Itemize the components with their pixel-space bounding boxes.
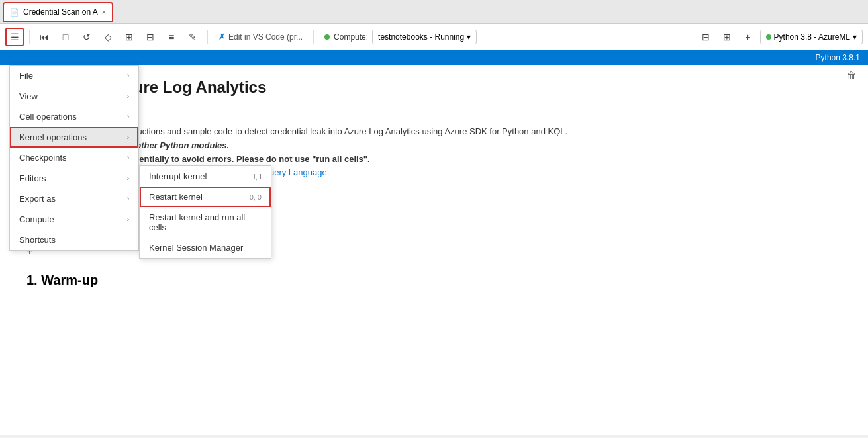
view-arrow-icon: ›: [127, 93, 129, 100]
menu-item-editors-label: Editors: [19, 173, 46, 183]
menu-item-compute-label: Compute: [19, 214, 54, 224]
plus-square-button[interactable]: ⊞: [718, 28, 736, 46]
stop-button[interactable]: □: [56, 28, 75, 46]
menu-item-checkpoints-label: Checkpoints: [19, 153, 67, 163]
checkpoints-arrow-icon: ›: [127, 154, 129, 161]
vscode-label: Edit in VS Code (pr...: [228, 32, 303, 42]
lines-button[interactable]: ≡: [162, 28, 181, 46]
compute-section: Compute: testnotebooks - Running ▾: [324, 30, 477, 44]
interrupt-kernel-label: Interrupt kernel: [149, 171, 207, 181]
toolbar-right: ⊟ ⊞ + Python 3.8 - AzureML ▾: [697, 28, 863, 46]
restart-run-all-label: Restart kernel and run all cells: [149, 212, 262, 232]
compute-status-dot: [324, 34, 330, 40]
cell-operations-arrow-icon: ›: [127, 113, 129, 120]
toolbar: ☰ ⏮ □ ↺ ◇ ⊞ ⊟ ≡ ✎ ✗ Edit in VS Code (pr.…: [0, 24, 868, 50]
submenu-interrupt-kernel[interactable]: Interrupt kernel I, I: [140, 166, 271, 187]
compute-chevron-icon: ▾: [467, 32, 471, 42]
info-bar-text: Python 3.8.1: [816, 53, 860, 62]
kernel-operations-arrow-icon: ›: [127, 134, 129, 141]
restart-button[interactable]: ↺: [77, 28, 96, 46]
edit-in-vscode-button[interactable]: ✗ Edit in VS Code (pr...: [213, 29, 308, 44]
menu-item-cell-operations-label: Cell operations: [19, 112, 77, 122]
menu-overlay: File › View › Cell operations › Kernel o…: [0, 65, 868, 435]
menu-item-file[interactable]: File ›: [10, 66, 138, 86]
file-arrow-icon: ›: [127, 72, 129, 79]
menu-item-shortcuts-label: Shortcuts: [19, 235, 56, 245]
menu-item-shortcuts[interactable]: Shortcuts: [10, 230, 138, 250]
run-previous-button[interactable]: ⏮: [35, 28, 54, 46]
info-bar: Python 3.8.1: [0, 50, 868, 65]
restart-kernel-label: Restart kernel: [149, 192, 203, 202]
hamburger-menu-button[interactable]: ☰: [5, 28, 24, 46]
menu-item-view[interactable]: View ›: [10, 86, 138, 107]
grid2-button[interactable]: ⊟: [141, 28, 160, 46]
tab-close-button[interactable]: ×: [102, 8, 106, 16]
compute-select[interactable]: testnotebooks - Running ▾: [372, 30, 477, 44]
vscode-icon: ✗: [218, 32, 226, 42]
tab-icon: 📄: [10, 8, 19, 17]
kernel-chevron-icon: ▾: [853, 32, 857, 42]
restart-kernel-shortcut: 0, 0: [250, 193, 262, 201]
menu-item-export-as-label: Export as: [19, 194, 56, 204]
editors-arrow-icon: ›: [127, 175, 129, 182]
menu-item-export-as[interactable]: Export as ›: [10, 189, 138, 209]
kernel-session-manager-label: Kernel Session Manager: [149, 243, 243, 253]
add-button[interactable]: +: [739, 28, 757, 46]
toolbar-separator-1: [29, 30, 30, 44]
menu-item-compute[interactable]: Compute ›: [10, 209, 138, 230]
kernel-select[interactable]: Python 3.8 - AzureML ▾: [760, 30, 863, 44]
tab-title: Credential Scan on A: [23, 7, 98, 17]
submenu-kernel-session-manager[interactable]: Kernel Session Manager: [140, 238, 271, 258]
menu-item-file-label: File: [19, 71, 33, 81]
kernel-status-dot: [766, 34, 771, 40]
kernel-submenu: Interrupt kernel I, I Restart kernel 0, …: [139, 165, 271, 259]
compute-value: testnotebooks - Running: [378, 32, 464, 42]
active-tab[interactable]: 📄 Credential Scan on A ×: [3, 2, 113, 22]
main-area: 🗑 ial Scan on Azure Log Analytics g Note…: [0, 65, 868, 435]
menu-item-kernel-operations-label: Kernel operations: [19, 132, 87, 142]
minus-button[interactable]: ⊟: [697, 28, 715, 46]
compute-arrow-icon: ›: [127, 216, 129, 223]
submenu-restart-kernel[interactable]: Restart kernel 0, 0: [140, 187, 271, 207]
submenu-restart-run-all[interactable]: Restart kernel and run all cells: [140, 207, 271, 238]
menu-item-kernel-operations[interactable]: Kernel operations ›: [10, 127, 138, 148]
toolbar-separator-3: [313, 30, 314, 44]
menu-item-editors[interactable]: Editors ›: [10, 168, 138, 189]
compute-label: Compute:: [334, 32, 368, 42]
export-as-arrow-icon: ›: [127, 195, 129, 202]
edit-button[interactable]: ✎: [183, 28, 202, 46]
clear-button[interactable]: ◇: [99, 28, 117, 46]
toolbar-separator-2: [207, 30, 208, 44]
interrupt-kernel-shortcut: I, I: [254, 173, 262, 181]
tab-bar: 📄 Credential Scan on A ×: [0, 0, 868, 24]
menu-item-checkpoints[interactable]: Checkpoints ›: [10, 148, 138, 168]
menu-item-cell-operations[interactable]: Cell operations ›: [10, 107, 138, 127]
kernel-value: Python 3.8 - AzureML: [774, 32, 850, 42]
menu-item-view-label: View: [19, 91, 38, 101]
grid1-button[interactable]: ⊞: [120, 28, 138, 46]
left-menu: File › View › Cell operations › Kernel o…: [9, 65, 139, 251]
